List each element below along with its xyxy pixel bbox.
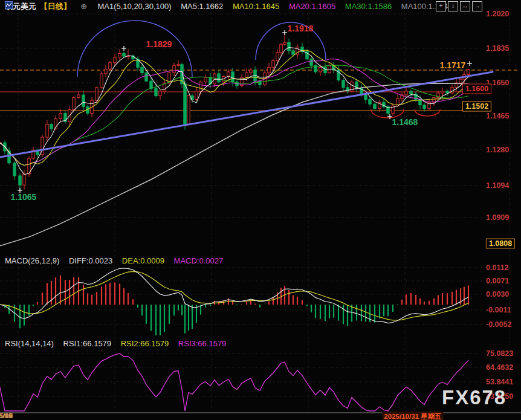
- shift-right-button[interactable]: →: [472, 1, 482, 11]
- y-axis-label: 0.0071: [486, 277, 509, 285]
- y-axis-label: 1.1094: [486, 181, 509, 190]
- crosshair-toggle-icon[interactable]: ⊕: [80, 2, 87, 11]
- level-1-0808-tag: 1.0808: [486, 239, 515, 249]
- ma30-value: MA30:1.1586: [345, 2, 392, 11]
- x-axis-scale-button[interactable]: ↔: [460, 1, 470, 11]
- peak-1-price-label: 1.1829: [146, 39, 172, 49]
- rsi-settings-label: RSI(14,14,14): [5, 339, 54, 348]
- chart-toolbar: +↕↔→: [434, 1, 482, 11]
- y-axis-label: 1.1280: [486, 146, 509, 154]
- level-1-1600-tag: 1.1600: [462, 84, 491, 94]
- rsi3-value: RSI3:66.1579: [178, 339, 227, 348]
- trading-chart-app: 欧元美元 【日线】 ⊕ MA1(5,10,20,30,100) MA5:1.16…: [0, 0, 521, 420]
- macd-panel: [0, 268, 468, 335]
- macd-settings-label: MACD(26,12,9): [5, 256, 59, 265]
- y-axis-scale-button[interactable]: ↕: [448, 1, 458, 11]
- macd-macd-value: MACD:0.0027: [174, 256, 224, 265]
- y-axis-label: 64.4632: [486, 363, 513, 372]
- period-label: 【日线】: [40, 2, 71, 11]
- crosshair-date-label: 2025/10/31 星期五: [382, 412, 443, 420]
- price-level-lines: [0, 70, 520, 111]
- pan-tool-button[interactable]: +: [436, 1, 446, 11]
- rsi-panel-header: RSI(14,14,14) RSI1:66.1579 RSI2:66.1579 …: [5, 339, 233, 348]
- y-axis-label: 1.1835: [486, 44, 509, 53]
- macd-panel-header: MACD(26,12,9) DIFF:0.0023 DEA:0.0009 MAC…: [5, 256, 230, 265]
- candlesticks: [0, 33, 470, 190]
- y-axis-label: 75.0823: [486, 349, 513, 358]
- ma20-value: MA20:1.1605: [289, 2, 335, 11]
- y-axis-label: -0.0011: [486, 306, 511, 314]
- ma-settings-label: MA1(5,10,20,30,100): [97, 2, 171, 11]
- main-chart-header: 欧元美元 【日线】 ⊕ MA1(5,10,20,30,100) MA5:1.16…: [5, 1, 459, 12]
- peak-2-price-label: 1.1918: [288, 24, 314, 33]
- ma10-value: MA10:1.1645: [233, 2, 279, 11]
- macd-dea-value: DEA:0.0009: [122, 256, 164, 265]
- rsi1-value: RSI1:66.1579: [63, 339, 112, 348]
- low-1-price-label: 1.1065: [11, 192, 37, 202]
- y-axis-label: 1.2020: [486, 10, 509, 18]
- extreme-marks: [18, 30, 472, 193]
- annotation-arcs: [77, 21, 440, 118]
- current-price-label: 1.1717: [440, 60, 466, 70]
- y-axis-label: 1.0909: [486, 213, 509, 222]
- y-axis-label: 0.0112: [486, 263, 509, 272]
- macd-diff-value: DIFF:0.0023: [69, 256, 112, 265]
- level-1-1502-tag: 1.1502: [462, 102, 491, 112]
- rsi2-value: RSI2:66.1579: [121, 339, 169, 348]
- y-axis-label: 53.8441: [486, 378, 513, 386]
- x-axis-label: 2025/12: [0, 412, 13, 419]
- watermark-text: FX678: [442, 386, 506, 409]
- y-axis-label: -0.0052: [486, 320, 511, 329]
- ma5-value: MA5:1.1662: [181, 2, 223, 11]
- low-2-price-label: 1.1468: [392, 117, 418, 127]
- y-axis-label: 0.0030: [486, 290, 509, 299]
- y-axis-label: 1.1465: [486, 112, 509, 120]
